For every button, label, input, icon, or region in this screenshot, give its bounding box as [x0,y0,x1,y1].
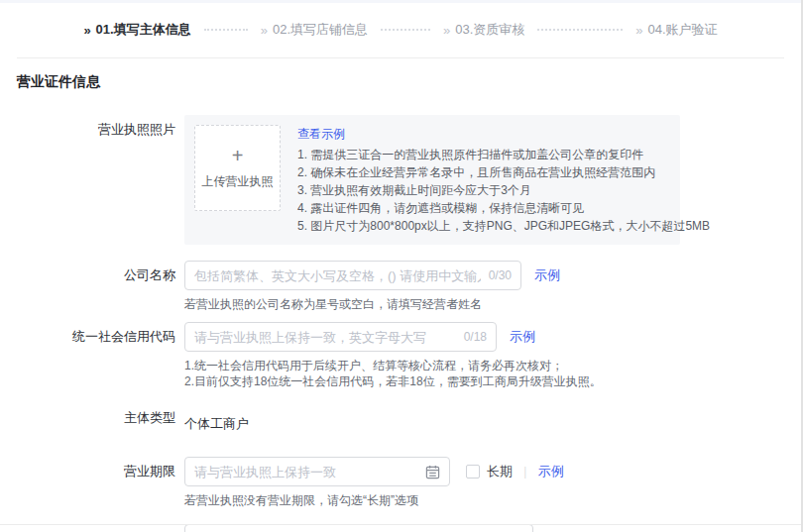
entity-type-value: 个体工商户 [184,409,249,439]
step-dotted-separator [204,29,248,31]
license-photo-label: 营业执照照片 [17,115,175,245]
license-photo-row: 营业执照照片 + 上传营业执照 查看示例 1. 需提供三证合一的营业执照原件扫描… [17,115,801,245]
company-name-help: 若营业执照的公司名称为星号或空白，请填写经营者姓名 [184,297,560,312]
business-address-label: 经营地址 [17,524,175,532]
step-marker-icon: » [261,23,268,38]
company-name-example-link[interactable]: 示例 [534,261,560,290]
credit-code-row: 统一社会信用代码 0/18 示例 1.统一社会信用代码用于后续开户、结算等核心流… [17,322,801,389]
company-name-counter: 0/30 [489,268,512,282]
credit-code-input-wrap: 0/18 [184,322,497,352]
credit-code-help: 1.统一社会信用代码用于后续开户、结算等核心流程，请务必再次核对； 2.目前仅支… [184,359,602,389]
view-example-link[interactable]: 查看示例 [297,125,710,143]
business-address-select[interactable]: 请选择 [184,524,533,532]
step-marker-icon: » [635,23,642,38]
business-term-input-wrap [184,457,450,486]
company-name-input-wrap: 0/30 [184,261,521,290]
bottom-divider [0,524,801,525]
company-name-input[interactable] [194,268,481,283]
license-tip: 5. 图片尺寸为800*800px以上，支持PNG、JPG和JPEG格式，大小不… [297,217,710,235]
step-label: 01.填写主体信息 [96,21,191,39]
vertical-separator: ｜ [519,464,531,480]
credit-code-input[interactable] [194,330,456,345]
credit-code-example-link[interactable]: 示例 [510,322,535,352]
business-term-date-input[interactable] [194,465,425,479]
entity-type-row: 主体类型 个体工商户 [17,409,801,439]
business-license-form: 营业执照照片 + 上传营业执照 查看示例 1. 需提供三证合一的营业执照原件扫描… [0,115,801,532]
license-tips: 查看示例 1. 需提供三证合一的营业执照原件扫描件或加盖公司公章的复印件 2. … [297,125,710,235]
upload-license-button[interactable]: + 上传营业执照 [194,125,281,211]
license-tip: 4. 露出证件四角，请勿遮挡或模糊，保持信息清晰可见 [297,199,710,217]
onboarding-page: » 01.填写主体信息 » 02.填写店铺信息 » 03.资质审核 » 04.账… [0,0,803,532]
long-term-checkbox[interactable] [466,465,480,479]
long-term-label: 长期 [487,463,513,480]
business-term-label: 营业期限 [17,457,175,508]
step-label: 04.账户验证 [648,21,718,39]
step-dotted-separator [381,29,430,31]
step-dotted-separator [537,29,623,31]
step-fill-entity-info: » 01.填写主体信息 [83,21,190,39]
license-tip: 2. 确保未在企业经营异常名录中，且所售商品在营业执照经营范围内 [297,163,710,181]
business-term-example-link[interactable]: 示例 [538,463,564,480]
business-term-help: 若营业执照没有营业期限，请勾选“长期”选项 [184,493,564,508]
step-progress-bar: » 01.填写主体信息 » 02.填写店铺信息 » 03.资质审核 » 04.账… [0,3,801,57]
step-label: 03.资质审核 [455,21,524,39]
business-term-row: 营业期限 [17,457,801,508]
license-tip: 1. 需提供三证合一的营业执照原件扫描件或加盖公司公章的复印件 [297,146,710,163]
step-label: 02.填写店铺信息 [273,21,368,39]
step-qualification-review: » 03.资质审核 [443,21,524,39]
step-marker-icon: » [83,23,90,38]
credit-code-help-line: 1.统一社会信用代码用于后续开户、结算等核心流程，请务必再次核对； [184,359,602,373]
section-title: 营业证件信息 [0,58,801,99]
calendar-icon[interactable] [425,465,440,479]
credit-code-label: 统一社会信用代码 [17,322,175,389]
step-account-verification: » 04.账户验证 [635,21,717,39]
credit-code-help-line: 2.目前仅支持18位统一社会信用代码，若非18位，需要到工商局升级营业执照。 [184,374,602,389]
business-address-row: 经营地址 请选择 [17,524,801,532]
company-name-row: 公司名称 0/30 示例 若营业执照的公司名称为星号或空白，请填写经营者姓名 [17,261,801,312]
credit-code-counter: 0/18 [464,330,487,344]
license-photo-panel: + 上传营业执照 查看示例 1. 需提供三证合一的营业执照原件扫描件或加盖公司公… [184,115,680,245]
step-fill-shop-info: » 02.填写店铺信息 [261,21,368,39]
upload-license-text: 上传营业执照 [202,173,274,190]
step-marker-icon: » [443,23,450,38]
entity-type-label: 主体类型 [17,409,175,439]
company-name-label: 公司名称 [17,261,175,312]
plus-icon: + [232,146,244,165]
license-tip: 3. 营业执照有效期截止时间距今应大于3个月 [297,181,710,199]
long-term-checkbox-group: 长期 ｜ 示例 [466,463,564,480]
